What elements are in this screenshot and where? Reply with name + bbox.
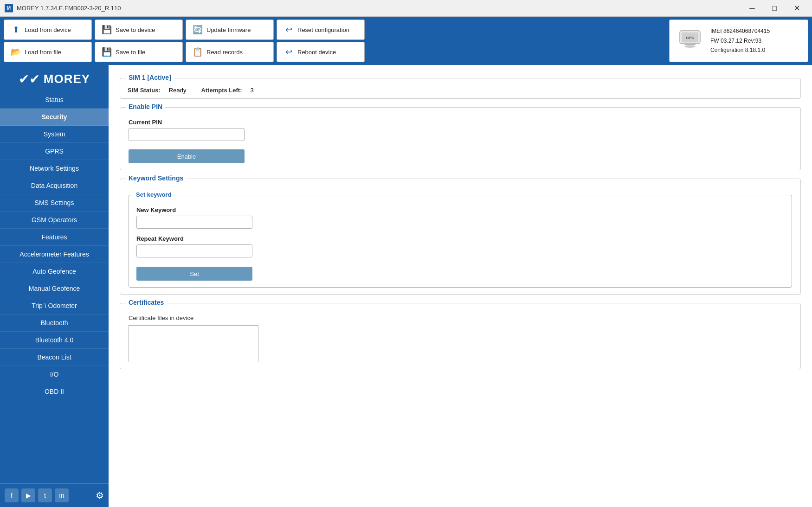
- sidebar-item-trip-odometer[interactable]: Trip \ Odometer: [0, 297, 109, 314]
- reboot-device-button[interactable]: ↩ Reboot device: [277, 42, 365, 62]
- sidebar-label-bluetooth-40: Bluetooth 4.0: [35, 336, 74, 344]
- sidebar-item-io[interactable]: I/O: [0, 366, 109, 383]
- reset-configuration-label: Reset configuration: [297, 26, 349, 33]
- toolbar-row-2: 📂 Load from file 💾 Save to file 📋 Read r…: [4, 42, 365, 62]
- sidebar-label-data-acquisition: Data Acquisition: [31, 182, 77, 189]
- sidebar-item-obd-ii[interactable]: OBD II: [0, 383, 109, 400]
- enable-pin-title: Enable PIN: [126, 103, 165, 110]
- save-to-device-button[interactable]: 💾 Save to device: [95, 19, 183, 40]
- body-area: ✔✔ MOREY Status Security System GPRS: [0, 65, 812, 507]
- cert-files-label: Certificate files in device: [129, 314, 792, 321]
- new-keyword-input[interactable]: [136, 216, 252, 229]
- maximize-button[interactable]: □: [764, 1, 785, 16]
- reset-configuration-button[interactable]: ↩ Reset configuration: [277, 19, 365, 40]
- toolbar-row-1: ⬆ Load from device 💾 Save to device 🔄 Up…: [4, 19, 365, 40]
- sidebar-item-features[interactable]: Features: [0, 229, 109, 246]
- sidebar-item-bluetooth-40[interactable]: Bluetooth 4.0: [0, 332, 109, 349]
- repeat-keyword-field: Repeat Keyword: [136, 235, 784, 257]
- sidebar-label-sms-settings: SMS Settings: [35, 199, 74, 206]
- load-device-icon: ⬆: [11, 25, 21, 35]
- keyword-settings-section: Keyword Settings Set keyword New Keyword…: [120, 179, 801, 295]
- load-from-file-button[interactable]: 📂 Load from file: [4, 42, 92, 62]
- titlebar-controls: ─ □ ✕: [741, 1, 807, 16]
- svg-rect-2: [684, 43, 696, 45]
- sidebar-item-bluetooth[interactable]: Bluetooth: [0, 314, 109, 332]
- sidebar-label-bluetooth: Bluetooth: [40, 319, 68, 327]
- certificates-inner: Certificate files in device: [120, 307, 800, 369]
- main-content: SIM 1 [Active] SIM Status: Ready Attempt…: [109, 65, 812, 507]
- titlebar: M MOREY 1.7.34.E.FMB002-3-20_R.110 ─ □ ✕: [0, 0, 812, 17]
- sidebar-item-beacon-list[interactable]: Beacon List: [0, 349, 109, 366]
- app-logo-icon: M: [5, 4, 13, 13]
- update-firmware-icon: 🔄: [193, 25, 203, 35]
- sidebar-label-features: Features: [41, 233, 67, 241]
- cert-files-area: [129, 325, 258, 362]
- sidebar-label-beacon-list: Beacon List: [37, 353, 71, 361]
- sim-attempts-value: 3: [250, 87, 253, 94]
- sidebar-item-manual-geofence[interactable]: Manual Geofence: [0, 280, 109, 297]
- device-text-info: IMEI 862464068704415 FW 03.27.12 Rev:93 …: [710, 26, 770, 55]
- enable-pin-inner: Current PIN Enable: [120, 111, 800, 170]
- svg-text:GPS: GPS: [686, 36, 695, 40]
- keyword-settings-title: Keyword Settings: [126, 174, 186, 182]
- linkedin-icon[interactable]: in: [55, 488, 69, 502]
- sidebar-logo-area: ✔✔ MOREY: [0, 65, 109, 91]
- current-pin-label: Current PIN: [129, 119, 792, 126]
- sidebar-item-data-acquisition[interactable]: Data Acquisition: [0, 177, 109, 194]
- sidebar-label-trip-odometer: Trip \ Odometer: [32, 302, 77, 309]
- app-container: ⬆ Load from device 💾 Save to device 🔄 Up…: [0, 17, 812, 507]
- youtube-icon[interactable]: ▶: [21, 488, 35, 502]
- toolbar: ⬆ Load from device 💾 Save to device 🔄 Up…: [0, 17, 812, 65]
- reboot-device-icon: ↩: [284, 47, 294, 57]
- new-keyword-label: New Keyword: [136, 206, 784, 213]
- save-to-file-button[interactable]: 💾 Save to file: [95, 42, 183, 62]
- twitter-icon[interactable]: t: [38, 488, 52, 502]
- enable-pin-button[interactable]: Enable: [129, 149, 245, 163]
- set-keyword-button[interactable]: Set: [136, 267, 252, 281]
- sidebar-label-gsm-operators: GSM Operators: [32, 216, 77, 224]
- settings-icon[interactable]: ⚙: [96, 490, 104, 501]
- read-records-label: Read records: [206, 49, 243, 56]
- certificates-section: Certificates Certificate files in device: [120, 303, 801, 369]
- update-firmware-button[interactable]: 🔄 Update firmware: [186, 19, 274, 40]
- read-records-icon: 📋: [193, 47, 203, 57]
- close-button[interactable]: ✕: [786, 1, 807, 16]
- svg-point-3: [684, 45, 696, 48]
- sidebar-item-accelerometer-features[interactable]: Accelerometer Features: [0, 246, 109, 263]
- facebook-icon[interactable]: f: [5, 488, 19, 502]
- current-pin-input[interactable]: [129, 128, 245, 141]
- current-pin-field: Current PIN: [129, 119, 792, 141]
- save-to-file-label: Save to file: [116, 49, 145, 56]
- sidebar-label-manual-geofence: Manual Geofence: [29, 285, 80, 292]
- repeat-keyword-label: Repeat Keyword: [136, 235, 784, 242]
- load-from-device-button[interactable]: ⬆ Load from device: [4, 19, 92, 40]
- sidebar-item-auto-geofence[interactable]: Auto Geofence: [0, 263, 109, 280]
- sidebar-footer: f ▶ t in ⚙: [0, 483, 109, 507]
- sidebar-item-sms-settings[interactable]: SMS Settings: [0, 194, 109, 212]
- load-from-device-label: Load from device: [25, 26, 71, 33]
- sidebar-item-gsm-operators[interactable]: GSM Operators: [0, 212, 109, 229]
- sidebar-item-network-settings[interactable]: Network Settings: [0, 160, 109, 177]
- toolbar-buttons-area: ⬆ Load from device 💾 Save to device 🔄 Up…: [4, 19, 365, 62]
- window-title: MOREY 1.7.34.E.FMB002-3-20_R.110: [17, 5, 121, 12]
- minimize-button[interactable]: ─: [741, 1, 763, 16]
- sidebar-item-gprs[interactable]: GPRS: [0, 143, 109, 160]
- save-file-icon: 💾: [102, 47, 112, 57]
- sidebar-item-security[interactable]: Security: [0, 109, 109, 126]
- sidebar-item-status[interactable]: Status: [0, 91, 109, 109]
- sidebar-item-system[interactable]: System: [0, 126, 109, 143]
- sim-attempts-label: Attempts Left:: [201, 87, 242, 94]
- sim-status-label: SIM Status:: [128, 87, 161, 94]
- social-icons: f ▶ t in: [5, 488, 69, 502]
- repeat-keyword-input[interactable]: [136, 244, 252, 257]
- certificates-title: Certificates: [126, 299, 167, 306]
- enable-pin-section: Enable PIN Current PIN Enable: [120, 107, 801, 170]
- load-from-file-label: Load from file: [25, 49, 61, 56]
- keyword-settings-inner: Set keyword New Keyword Repeat Keyword S…: [120, 183, 800, 294]
- logo-text: MOREY: [44, 72, 90, 86]
- sidebar-label-system: System: [44, 130, 65, 138]
- set-keyword-title: Set keyword: [134, 191, 174, 198]
- sidebar-label-network-settings: Network Settings: [30, 165, 79, 172]
- titlebar-left: M MOREY 1.7.34.E.FMB002-3-20_R.110: [5, 4, 121, 13]
- read-records-button[interactable]: 📋 Read records: [186, 42, 274, 62]
